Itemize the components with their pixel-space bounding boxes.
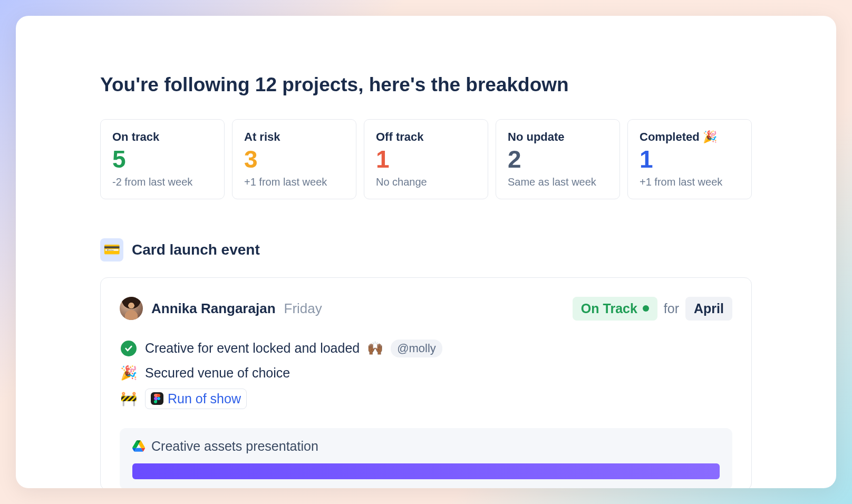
stat-card-off-track[interactable]: Off track 1 No change bbox=[364, 119, 488, 199]
status-label: On Track bbox=[581, 301, 637, 316]
stat-label-text: Completed bbox=[640, 130, 700, 144]
stat-card-completed[interactable]: Completed 🎉 1 +1 from last week bbox=[627, 119, 752, 199]
party-popper-icon: 🎉 bbox=[120, 365, 138, 381]
credit-card-icon: 💳 bbox=[100, 238, 123, 261]
project-header[interactable]: 💳 Card launch event bbox=[100, 238, 752, 261]
stat-value: 5 bbox=[112, 146, 212, 173]
stat-card-on-track[interactable]: On track 5 -2 from last week bbox=[100, 119, 225, 199]
party-popper-icon: 🎉 bbox=[703, 130, 717, 144]
stat-delta: +1 from last week bbox=[244, 176, 344, 188]
stat-label: At risk bbox=[244, 130, 344, 144]
stat-delta: Same as last week bbox=[508, 176, 608, 188]
svg-point-5 bbox=[157, 397, 160, 400]
app-window: You're following 12 projects, here's the… bbox=[16, 16, 836, 488]
stat-label: On track bbox=[112, 130, 212, 144]
stat-label: Off track bbox=[376, 130, 476, 144]
stat-value: 2 bbox=[508, 146, 608, 173]
project-title: Card launch event bbox=[132, 241, 260, 258]
attachment-preview-bar bbox=[132, 463, 720, 479]
stat-value: 3 bbox=[244, 146, 344, 173]
figma-link-text: Run of show bbox=[168, 391, 241, 406]
stat-delta: -2 from last week bbox=[112, 176, 212, 188]
attachment-card[interactable]: Creative assets presentation bbox=[120, 428, 732, 488]
stat-label: No update bbox=[508, 130, 608, 144]
figma-link-chip[interactable]: Run of show bbox=[145, 389, 247, 409]
stat-value: 1 bbox=[640, 146, 740, 173]
bullet-item: 🎉 Secured venue of choice bbox=[120, 365, 732, 381]
svg-point-2 bbox=[157, 394, 160, 397]
google-drive-icon bbox=[132, 440, 145, 452]
attachment-header: Creative assets presentation bbox=[132, 439, 720, 454]
check-circle-icon bbox=[120, 340, 138, 356]
page-title: You're following 12 projects, here's the… bbox=[100, 74, 752, 96]
update-bullets: Creative for event locked and loaded 🙌🏾 … bbox=[120, 340, 732, 409]
hands-up-icon: 🙌🏾 bbox=[367, 341, 383, 356]
bullet-item: 🚧 Run of show bbox=[120, 389, 732, 409]
author-name: Annika Rangarajan bbox=[151, 301, 276, 317]
post-date: Friday bbox=[284, 301, 322, 317]
status-dot-icon bbox=[643, 305, 649, 312]
stats-row: On track 5 -2 from last week At risk 3 +… bbox=[100, 119, 752, 199]
stat-delta: No change bbox=[376, 176, 476, 188]
stat-label: Completed 🎉 bbox=[640, 130, 740, 144]
status-side: On Track for April bbox=[573, 297, 732, 321]
figma-icon bbox=[151, 392, 163, 405]
mention-pill[interactable]: @molly bbox=[391, 340, 442, 357]
bullet-item: Creative for event locked and loaded 🙌🏾 … bbox=[120, 340, 732, 357]
update-card: Annika Rangarajan Friday On Track for Ap… bbox=[100, 277, 752, 488]
update-header: Annika Rangarajan Friday On Track for Ap… bbox=[120, 297, 732, 321]
construction-icon: 🚧 bbox=[120, 391, 138, 407]
status-for: for bbox=[664, 301, 679, 316]
stat-card-no-update[interactable]: No update 2 Same as last week bbox=[496, 119, 620, 199]
stat-value: 1 bbox=[376, 146, 476, 173]
svg-rect-4 bbox=[156, 397, 157, 400]
bullet-text: Creative for event locked and loaded bbox=[145, 341, 360, 356]
svg-rect-7 bbox=[156, 400, 157, 402]
bullet-text: Secured venue of choice bbox=[145, 365, 290, 381]
update-author[interactable]: Annika Rangarajan Friday bbox=[120, 297, 322, 320]
status-month[interactable]: April bbox=[685, 297, 732, 321]
stat-card-at-risk[interactable]: At risk 3 +1 from last week bbox=[232, 119, 356, 199]
attachment-title: Creative assets presentation bbox=[151, 439, 318, 454]
stat-delta: +1 from last week bbox=[640, 176, 740, 188]
status-pill[interactable]: On Track bbox=[573, 297, 657, 321]
avatar bbox=[120, 297, 143, 320]
